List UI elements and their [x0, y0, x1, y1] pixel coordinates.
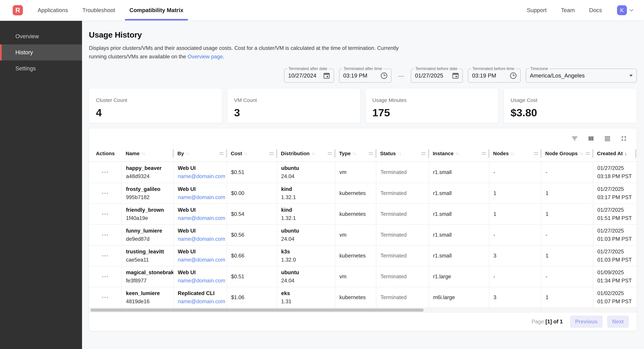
email-link[interactable]: name@domain.com — [178, 277, 227, 285]
sort-icon[interactable]: ↑↓ — [141, 151, 145, 156]
sort-icon[interactable]: ↑↓ — [398, 151, 401, 156]
chevron-down-icon[interactable] — [628, 7, 634, 13]
status-cell: Terminated — [376, 266, 429, 287]
column-header-by[interactable]: By↑↓ — [173, 145, 227, 162]
stat-value: $3.80 — [510, 106, 630, 119]
email-link[interactable]: name@domain.com — [178, 193, 227, 201]
brand-logo[interactable]: R — [13, 5, 23, 15]
stat-label: Usage Cost — [510, 97, 630, 103]
filter-timezone[interactable]: TimezoneAmerica/Los_Angeles — [526, 69, 637, 83]
stat-value: 4 — [96, 106, 215, 119]
node-groups-value: 1 — [546, 210, 593, 218]
column-resize-handle[interactable] — [328, 152, 332, 155]
status-cell: Terminated — [376, 183, 429, 204]
filter-terminated-before-date[interactable]: Terminated before date01/27/2025 — [411, 69, 463, 83]
row-actions-button[interactable]: ••• — [102, 231, 109, 239]
type-value: kubernetes — [340, 252, 376, 260]
sort-desc-icon[interactable]: ↓ — [624, 151, 627, 156]
stat-label: Cluster Count — [96, 97, 215, 103]
nav-item-troubleshoot[interactable]: Troubleshoot — [82, 0, 115, 20]
column-resize-handle[interactable] — [369, 152, 373, 155]
column-label: Type — [339, 151, 351, 156]
next-button[interactable]: Next — [607, 316, 629, 328]
fullscreen-icon[interactable] — [620, 135, 628, 142]
columns-icon[interactable] — [588, 135, 594, 142]
caret-down-icon — [629, 75, 633, 77]
column-header-status[interactable]: Status↑↓ — [376, 145, 429, 162]
row-actions-button[interactable]: ••• — [102, 210, 109, 218]
column-header-nodes[interactable]: Nodes↑↓ — [489, 145, 541, 162]
filter-icon[interactable] — [571, 135, 578, 142]
column-resize-handle[interactable] — [220, 152, 224, 155]
email-link[interactable]: name@domain.com — [178, 214, 227, 222]
sort-icon[interactable]: ↑↓ — [186, 151, 189, 156]
table-toolbar — [89, 128, 637, 145]
column-resize-handle[interactable] — [422, 152, 426, 155]
nav-link-team[interactable]: Team — [561, 7, 575, 13]
created-at-cell: 01/09/202501:34 PM PST — [593, 266, 637, 287]
row-actions-button[interactable]: ••• — [102, 168, 109, 176]
previous-button[interactable]: Previous — [570, 316, 603, 328]
filter-label: Timezone — [529, 66, 549, 71]
nav-link-docs[interactable]: Docs — [589, 7, 602, 13]
column-resize-handle[interactable] — [586, 152, 590, 155]
cluster-id: 1f40a19e — [126, 214, 173, 222]
nav-link-support[interactable]: Support — [527, 7, 547, 13]
cluster-id: fe3f8977 — [126, 277, 173, 285]
sidebar-item-history[interactable]: History — [0, 44, 82, 60]
sort-icon[interactable]: ↑↓ — [352, 151, 356, 156]
cost-value: $0.51 — [231, 273, 277, 281]
email-link[interactable]: name@domain.com — [178, 298, 227, 306]
column-resize-handle[interactable] — [482, 152, 486, 155]
column-label: Created At — [597, 151, 623, 156]
column-resize-handle[interactable] — [534, 152, 538, 155]
sort-icon[interactable]: ↑↓ — [244, 151, 247, 156]
column-header-distribution[interactable]: Distribution↑↓ — [277, 145, 335, 162]
distribution-name: kind — [281, 185, 335, 193]
distribution-cell: kind1.32.1 — [277, 183, 335, 204]
sort-icon[interactable]: ↑↓ — [311, 151, 315, 156]
column-header-node-groups[interactable]: Node Groups↑↓ — [541, 145, 593, 162]
row-actions-button[interactable]: ••• — [102, 273, 109, 281]
column-header-type[interactable]: Type↑↓ — [335, 145, 376, 162]
cost-value: $1.06 — [231, 293, 277, 302]
email-link[interactable]: name@domain.com — [178, 256, 227, 264]
filter-terminated-before-time[interactable]: Terminated before time03:19 PM — [468, 69, 520, 83]
email-link[interactable]: name@domain.com — [178, 235, 227, 243]
user-menu[interactable]: K — [617, 5, 634, 15]
sidebar-item-settings[interactable]: Settings — [0, 60, 82, 76]
filter-terminated-after-date[interactable]: Terminated after date10/27/2024 — [284, 69, 334, 83]
node-groups-value: - — [546, 168, 593, 176]
horizontal-scrollbar[interactable] — [89, 308, 637, 312]
name-cell: frosty_galileo995b7182 — [122, 183, 173, 204]
row-actions-button[interactable]: ••• — [102, 189, 109, 197]
column-resize-handle[interactable] — [270, 152, 274, 155]
sort-icon[interactable]: ↑↓ — [455, 151, 459, 156]
column-label: Node Groups — [545, 151, 578, 156]
scrollbar-thumb[interactable] — [90, 309, 424, 312]
email-link[interactable]: name@domain.com — [178, 172, 227, 180]
stat-card-usage-cost: Usage Cost$3.80 — [504, 88, 637, 123]
column-header-instance[interactable]: Instance↑↓ — [429, 145, 489, 162]
status-badge: Terminated — [380, 210, 429, 218]
row-actions-button[interactable]: ••• — [102, 294, 109, 302]
overview-page-link[interactable]: Overview page — [188, 54, 223, 60]
cluster-name: frosty_galileo — [126, 185, 173, 193]
sidebar-item-overview[interactable]: Overview — [0, 28, 82, 44]
filter-terminated-after-time[interactable]: Terminated after time03:19 PM — [339, 69, 392, 83]
column-header-name[interactable]: Name↑↓ — [122, 145, 173, 162]
column-header-cost[interactable]: Cost↑↓ — [227, 145, 277, 162]
actions-cell: ••• — [89, 266, 122, 287]
created-date: 01/02/2025 — [597, 289, 637, 298]
avatar[interactable]: K — [617, 5, 627, 15]
cluster-id: 995b7182 — [126, 193, 173, 201]
density-icon[interactable] — [604, 135, 611, 142]
nav-item-applications[interactable]: Applications — [38, 0, 68, 20]
nodes-cell: 1 — [489, 183, 541, 204]
nav-item-compatibility-matrix[interactable]: Compatibility Matrix — [130, 0, 183, 20]
row-actions-button[interactable]: ••• — [102, 252, 109, 260]
sort-icon[interactable]: ↑↓ — [580, 151, 583, 156]
sort-icon[interactable]: ↑↓ — [510, 151, 514, 156]
actions-cell: ••• — [89, 225, 122, 245]
column-header-created-at[interactable]: Created At↓ — [593, 145, 637, 162]
